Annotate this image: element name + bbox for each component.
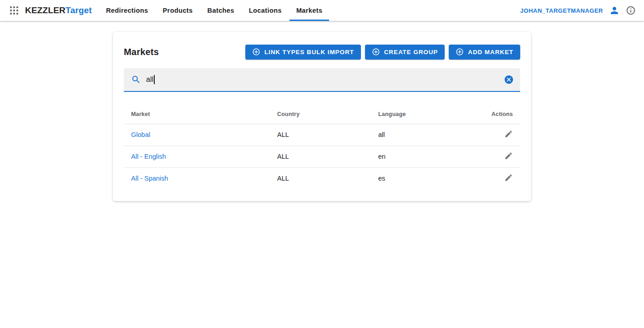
nav-item-batches[interactable]: Batches: [201, 0, 241, 21]
table-row: All - English ALL en: [124, 146, 520, 167]
country-cell: ALL: [277, 124, 378, 146]
add-circle-icon: [456, 48, 464, 56]
header-left: KEZZLERTarget Redirections Products Batc…: [10, 0, 329, 21]
app-logo[interactable]: KEZZLERTarget: [25, 5, 92, 15]
language-cell: en: [378, 146, 466, 167]
page-title: Markets: [124, 47, 159, 57]
market-link[interactable]: All - English: [131, 153, 166, 160]
nav-item-locations[interactable]: Locations: [242, 0, 289, 21]
language-cell: all: [378, 124, 466, 146]
edit-pencil-icon[interactable]: [504, 151, 513, 160]
market-cell: All - English: [124, 146, 277, 167]
table-row: Global ALL all: [124, 124, 520, 146]
edit-pencil-icon[interactable]: [504, 173, 513, 182]
markets-table: Market Country Language Actions Global A…: [124, 105, 520, 189]
button-label: LINK TYPES BULK IMPORT: [264, 49, 354, 56]
username[interactable]: JOHAN_TARGETMANAGER: [520, 7, 603, 14]
add-market-button[interactable]: ADD MARKET: [449, 45, 520, 60]
main-content: Markets LINK TYPES BULK IMPORT CREATE GR…: [0, 32, 644, 201]
column-header-country: Country: [277, 105, 378, 124]
main-nav: Redirections Products Batches Locations …: [99, 0, 330, 21]
actions-cell: [466, 124, 520, 146]
market-cell: All - Spanish: [124, 167, 277, 189]
country-cell: ALL: [277, 146, 378, 167]
market-link[interactable]: All - Spanish: [131, 175, 168, 182]
column-header-actions: Actions: [466, 105, 520, 124]
country-cell: ALL: [277, 167, 378, 189]
table-header-row: Market Country Language Actions: [124, 105, 520, 124]
card-head: Markets LINK TYPES BULK IMPORT CREATE GR…: [124, 43, 520, 61]
logo-brand: KEZZLER: [25, 5, 66, 15]
text-cursor: [154, 75, 155, 84]
search-input[interactable]: all: [146, 76, 153, 84]
create-group-button[interactable]: CREATE GROUP: [365, 45, 445, 60]
app-header: KEZZLERTarget Redirections Products Batc…: [0, 0, 644, 21]
search-field[interactable]: all: [124, 68, 520, 92]
clear-search-icon[interactable]: [504, 75, 514, 85]
actions-cell: [466, 167, 520, 189]
add-circle-icon: [252, 48, 260, 56]
language-cell: es: [378, 167, 466, 189]
info-icon[interactable]: [626, 5, 636, 15]
market-cell: Global: [124, 124, 277, 146]
table-row: All - Spanish ALL es: [124, 167, 520, 189]
column-header-language: Language: [378, 105, 466, 124]
header-right: JOHAN_TARGETMANAGER: [520, 5, 636, 16]
nav-item-redirections[interactable]: Redirections: [99, 0, 155, 21]
person-icon[interactable]: [609, 5, 620, 16]
add-circle-icon: [372, 48, 380, 56]
logo-product: Target: [66, 5, 92, 15]
apps-grid-icon[interactable]: [10, 6, 18, 15]
button-label: CREATE GROUP: [384, 49, 438, 56]
search-icon: [131, 75, 141, 85]
toolbar: LINK TYPES BULK IMPORT CREATE GROUP ADD …: [245, 45, 520, 60]
link-types-bulk-import-button[interactable]: LINK TYPES BULK IMPORT: [245, 45, 361, 60]
actions-cell: [466, 146, 520, 167]
markets-card: Markets LINK TYPES BULK IMPORT CREATE GR…: [113, 32, 531, 201]
nav-item-markets[interactable]: Markets: [289, 0, 330, 21]
edit-pencil-icon[interactable]: [504, 130, 513, 138]
button-label: ADD MARKET: [468, 49, 513, 56]
column-header-market: Market: [124, 105, 277, 124]
market-link[interactable]: Global: [131, 131, 150, 138]
nav-item-products[interactable]: Products: [156, 0, 200, 21]
